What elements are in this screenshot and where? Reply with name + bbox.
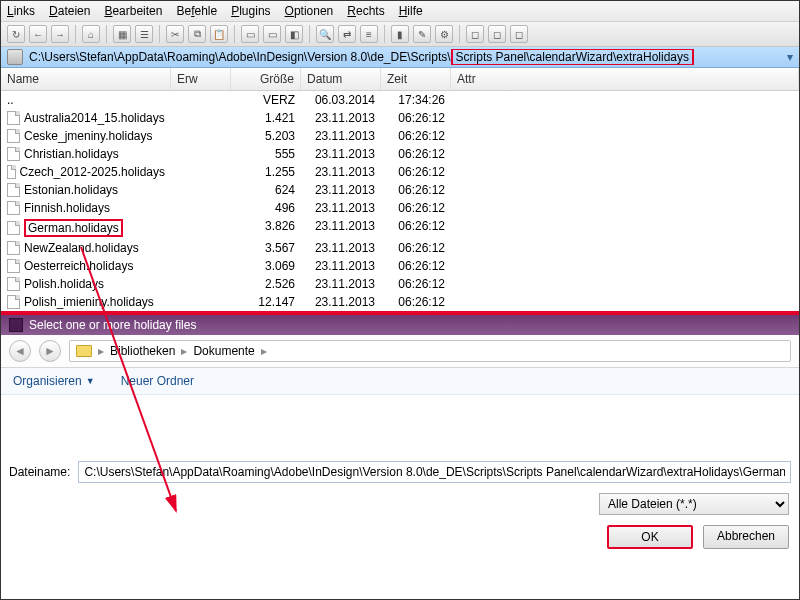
file-time: 06:26:12 xyxy=(381,258,451,274)
file-size: 3.567 xyxy=(231,240,301,256)
tb-refresh-icon[interactable]: ↻ xyxy=(7,25,25,43)
menu-befehle[interactable]: Befehle xyxy=(176,4,217,18)
filename-label: Dateiname: xyxy=(9,465,70,479)
tb-tree-icon[interactable]: ☰ xyxy=(135,25,153,43)
dialog-toolbar: Organisieren ▼ Neuer Ordner xyxy=(1,368,799,395)
tb-extra2-icon[interactable]: ◻ xyxy=(488,25,506,43)
address-bar[interactable]: C:\Users\Stefan\AppData\Roaming\Adobe\In… xyxy=(1,47,799,68)
table-row[interactable]: Ceske_jmeniny.holidays5.20323.11.201306:… xyxy=(1,127,799,145)
file-size: 2.526 xyxy=(231,276,301,292)
file-date: 23.11.2013 xyxy=(301,258,381,274)
indesign-icon xyxy=(9,318,23,332)
file-icon xyxy=(7,295,20,309)
file-icon xyxy=(7,147,20,161)
table-row[interactable]: Polish.holidays2.52623.11.201306:26:12 xyxy=(1,275,799,293)
menu-rechts[interactable]: Rechts xyxy=(347,4,384,18)
file-icon xyxy=(7,277,20,291)
breadcrumb-lib[interactable]: Bibliotheken xyxy=(110,344,175,358)
table-row[interactable]: Polish_imieniny.holidays12.14723.11.2013… xyxy=(1,293,799,311)
organize-button[interactable]: Organisieren ▼ xyxy=(13,374,95,388)
tb-search-icon[interactable]: 🔍 xyxy=(316,25,334,43)
table-row[interactable]: Estonian.holidays62423.11.201306:26:12 xyxy=(1,181,799,199)
menu-optionen[interactable]: Optionen xyxy=(285,4,334,18)
file-size: 1.255 xyxy=(231,164,301,180)
table-row[interactable]: ..VERZ06.03.201417:34:26 xyxy=(1,91,799,109)
file-size: 5.203 xyxy=(231,128,301,144)
tb-compare-icon[interactable]: ≡ xyxy=(360,25,378,43)
tb-config-icon[interactable]: ⚙ xyxy=(435,25,453,43)
dialog-body xyxy=(1,395,799,455)
cancel-button[interactable]: Abbrechen xyxy=(703,525,789,549)
separator xyxy=(309,25,310,43)
tb-extra3-icon[interactable]: ◻ xyxy=(510,25,528,43)
menu-dateien[interactable]: Dateien xyxy=(49,4,90,18)
chevron-right-icon: ▸ xyxy=(261,344,267,358)
tb-paste-icon[interactable]: 📋 xyxy=(210,25,228,43)
file-time: 06:26:12 xyxy=(381,110,451,126)
separator xyxy=(384,25,385,43)
col-attr[interactable]: Attr xyxy=(451,68,799,90)
file-list: ..VERZ06.03.201417:34:26Australia2014_15… xyxy=(1,91,799,311)
menu-hilfe[interactable]: Hilfe xyxy=(399,4,423,18)
tb-fwd-icon[interactable]: → xyxy=(51,25,69,43)
chevron-right-icon: ▸ xyxy=(98,344,104,358)
tb-copy-icon[interactable]: ⧉ xyxy=(188,25,206,43)
tb-pack-icon[interactable]: ▭ xyxy=(241,25,259,43)
tb-home-icon[interactable]: ⌂ xyxy=(82,25,100,43)
file-time: 06:26:12 xyxy=(381,240,451,256)
nav-fwd-icon[interactable]: ► xyxy=(39,340,61,362)
table-row[interactable]: German.holidays3.82623.11.201306:26:12 xyxy=(1,217,799,239)
col-erw[interactable]: Erw xyxy=(171,68,231,90)
file-icon xyxy=(7,201,20,215)
breadcrumb-docs[interactable]: Dokumente xyxy=(193,344,254,358)
file-icon xyxy=(7,129,20,143)
tb-sync-icon[interactable]: ⇄ xyxy=(338,25,356,43)
tb-notepad-icon[interactable]: ✎ xyxy=(413,25,431,43)
menu-plugins[interactable]: Plugins xyxy=(231,4,270,18)
table-row[interactable]: Christian.holidays55523.11.201306:26:12 xyxy=(1,145,799,163)
chevron-down-icon: ▼ xyxy=(86,376,95,386)
tb-cut-icon[interactable]: ✂ xyxy=(166,25,184,43)
breadcrumb[interactable]: ▸ Bibliotheken ▸ Dokumente ▸ xyxy=(69,340,791,362)
file-name: Ceske_jmeniny.holidays xyxy=(24,129,153,143)
col-time[interactable]: Zeit xyxy=(381,68,451,90)
file-date: 23.11.2013 xyxy=(301,218,381,238)
file-icon xyxy=(7,165,16,179)
col-date[interactable]: Datum xyxy=(301,68,381,90)
tb-view-icon[interactable]: ▦ xyxy=(113,25,131,43)
table-row[interactable]: Oesterreich.holidays3.06923.11.201306:26… xyxy=(1,257,799,275)
tb-back-icon[interactable]: ← xyxy=(29,25,47,43)
table-row[interactable]: Czech_2012-2025.holidays1.25523.11.20130… xyxy=(1,163,799,181)
table-row[interactable]: Australia2014_15.holidays1.42123.11.2013… xyxy=(1,109,799,127)
dropdown-icon[interactable]: ▾ xyxy=(787,50,793,64)
nav-back-icon[interactable]: ◄ xyxy=(9,340,31,362)
filename-input[interactable] xyxy=(78,461,791,483)
file-name: NewZealand.holidays xyxy=(24,241,139,255)
tb-extra1-icon[interactable]: ◻ xyxy=(466,25,484,43)
file-time: 06:26:12 xyxy=(381,218,451,238)
menu-bearbeiten[interactable]: Bearbeiten xyxy=(104,4,162,18)
file-name: Australia2014_15.holidays xyxy=(24,111,165,125)
table-row[interactable]: NewZealand.holidays3.56723.11.201306:26:… xyxy=(1,239,799,257)
tb-unpack-icon[interactable]: ▭ xyxy=(263,25,281,43)
file-name: Estonian.holidays xyxy=(24,183,118,197)
filename-row: Dateiname: xyxy=(1,455,799,489)
file-icon xyxy=(7,259,20,273)
file-time: 17:34:26 xyxy=(381,92,451,108)
table-row[interactable]: Finnish.holidays49623.11.201306:26:12 xyxy=(1,199,799,217)
menu-links[interactable]: Links xyxy=(7,4,35,18)
filetype-select[interactable]: Alle Dateien (*.*) xyxy=(599,493,789,515)
file-time: 06:26:12 xyxy=(381,276,451,292)
ok-button[interactable]: OK xyxy=(607,525,693,549)
tb-term-icon[interactable]: ▮ xyxy=(391,25,409,43)
col-size[interactable]: Größe xyxy=(231,68,301,90)
dialog-nav: ◄ ► ▸ Bibliotheken ▸ Dokumente ▸ xyxy=(1,335,799,368)
file-date: 23.11.2013 xyxy=(301,294,381,310)
new-folder-button[interactable]: Neuer Ordner xyxy=(121,374,194,388)
file-name: Christian.holidays xyxy=(24,147,119,161)
file-size: 624 xyxy=(231,182,301,198)
tb-ftp-icon[interactable]: ◧ xyxy=(285,25,303,43)
col-name[interactable]: Name xyxy=(1,68,171,90)
drive-icon xyxy=(7,49,23,65)
file-size: 1.421 xyxy=(231,110,301,126)
